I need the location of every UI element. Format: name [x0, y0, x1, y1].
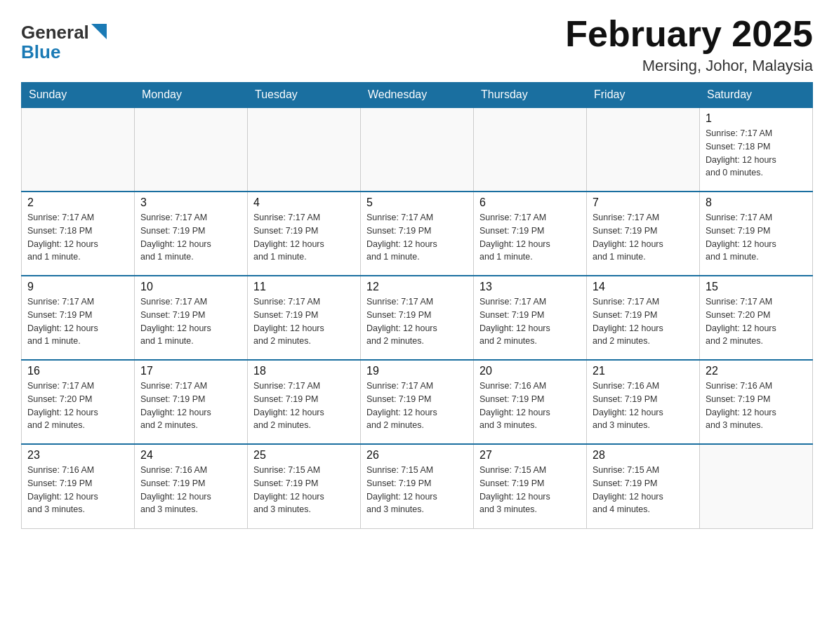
day-info: Sunrise: 7:17 AM Sunset: 7:19 PM Dayligh…: [140, 211, 241, 264]
calendar-cell: 2Sunrise: 7:17 AM Sunset: 7:18 PM Daylig…: [22, 192, 135, 276]
calendar-cell: 6Sunrise: 7:17 AM Sunset: 7:19 PM Daylig…: [474, 192, 587, 276]
calendar-cell: 16Sunrise: 7:17 AM Sunset: 7:20 PM Dayli…: [22, 360, 135, 444]
calendar-cell: 27Sunrise: 7:15 AM Sunset: 7:19 PM Dayli…: [474, 444, 587, 528]
calendar-cell: 18Sunrise: 7:17 AM Sunset: 7:19 PM Dayli…: [248, 360, 361, 444]
day-info: Sunrise: 7:17 AM Sunset: 7:19 PM Dayligh…: [366, 380, 468, 432]
calendar-cell: 14Sunrise: 7:17 AM Sunset: 7:19 PM Dayli…: [587, 276, 700, 360]
day-number: 13: [479, 281, 581, 293]
calendar-cell: 8Sunrise: 7:17 AM Sunset: 7:19 PM Daylig…: [700, 192, 813, 276]
week-row-1: 2Sunrise: 7:17 AM Sunset: 7:18 PM Daylig…: [22, 192, 813, 276]
day-number: 20: [479, 365, 581, 377]
day-info: Sunrise: 7:17 AM Sunset: 7:18 PM Dayligh…: [706, 127, 807, 180]
col-saturday: Saturday: [700, 83, 813, 108]
day-number: 2: [27, 196, 128, 209]
col-monday: Monday: [135, 83, 248, 108]
calendar-cell: 1Sunrise: 7:17 AM Sunset: 7:18 PM Daylig…: [700, 107, 813, 192]
day-number: 18: [253, 365, 355, 377]
calendar-cell: 13Sunrise: 7:17 AM Sunset: 7:19 PM Dayli…: [474, 276, 587, 360]
day-number: 11: [253, 281, 355, 293]
day-number: 4: [253, 196, 355, 209]
calendar-cell: 22Sunrise: 7:16 AM Sunset: 7:19 PM Dayli…: [700, 360, 813, 444]
logo-icon: [91, 22, 107, 44]
calendar-cell: 19Sunrise: 7:17 AM Sunset: 7:19 PM Dayli…: [361, 360, 474, 444]
day-number: 19: [366, 365, 468, 377]
col-wednesday: Wednesday: [361, 83, 474, 108]
day-info: Sunrise: 7:16 AM Sunset: 7:19 PM Dayligh…: [706, 380, 807, 432]
day-info: Sunrise: 7:17 AM Sunset: 7:18 PM Dayligh…: [27, 211, 128, 264]
day-info: Sunrise: 7:17 AM Sunset: 7:19 PM Dayligh…: [479, 295, 581, 348]
calendar-cell: [22, 107, 135, 192]
day-number: 21: [593, 365, 694, 377]
day-info: Sunrise: 7:16 AM Sunset: 7:19 PM Dayligh…: [479, 380, 581, 432]
calendar-cell: [587, 107, 700, 192]
day-info: Sunrise: 7:15 AM Sunset: 7:19 PM Dayligh…: [366, 464, 468, 516]
day-number: 14: [593, 281, 694, 293]
calendar-cell: 21Sunrise: 7:16 AM Sunset: 7:19 PM Dayli…: [587, 360, 700, 444]
day-number: 5: [366, 196, 468, 209]
day-info: Sunrise: 7:15 AM Sunset: 7:19 PM Dayligh…: [479, 464, 581, 516]
day-info: Sunrise: 7:17 AM Sunset: 7:19 PM Dayligh…: [253, 211, 355, 264]
day-info: Sunrise: 7:17 AM Sunset: 7:19 PM Dayligh…: [479, 211, 581, 264]
calendar-cell: [135, 107, 248, 192]
day-number: 23: [27, 449, 128, 462]
calendar-cell: 17Sunrise: 7:17 AM Sunset: 7:19 PM Dayli…: [135, 360, 248, 444]
calendar-cell: 4Sunrise: 7:17 AM Sunset: 7:19 PM Daylig…: [248, 192, 361, 276]
calendar-cell: 15Sunrise: 7:17 AM Sunset: 7:20 PM Dayli…: [700, 276, 813, 360]
day-number: 26: [366, 449, 468, 462]
day-info: Sunrise: 7:17 AM Sunset: 7:19 PM Dayligh…: [253, 380, 355, 432]
day-number: 12: [366, 281, 468, 293]
day-info: Sunrise: 7:17 AM Sunset: 7:19 PM Dayligh…: [706, 211, 807, 264]
day-number: 25: [253, 449, 355, 462]
calendar-cell: 5Sunrise: 7:17 AM Sunset: 7:19 PM Daylig…: [361, 192, 474, 276]
day-number: 3: [140, 196, 241, 209]
calendar-cell: 3Sunrise: 7:17 AM Sunset: 7:19 PM Daylig…: [135, 192, 248, 276]
day-number: 8: [706, 196, 807, 209]
day-number: 24: [140, 449, 241, 462]
col-sunday: Sunday: [22, 83, 135, 108]
logo-general-text: General: [21, 22, 89, 43]
col-thursday: Thursday: [474, 83, 587, 108]
calendar-header-row: Sunday Monday Tuesday Wednesday Thursday…: [22, 83, 813, 108]
day-number: 10: [140, 281, 241, 293]
day-info: Sunrise: 7:16 AM Sunset: 7:19 PM Dayligh…: [27, 464, 128, 516]
calendar-cell: 26Sunrise: 7:15 AM Sunset: 7:19 PM Dayli…: [361, 444, 474, 528]
week-row-2: 9Sunrise: 7:17 AM Sunset: 7:19 PM Daylig…: [22, 276, 813, 360]
day-info: Sunrise: 7:17 AM Sunset: 7:20 PM Dayligh…: [706, 295, 807, 348]
day-info: Sunrise: 7:17 AM Sunset: 7:19 PM Dayligh…: [140, 295, 241, 348]
day-number: 6: [479, 196, 581, 209]
day-number: 7: [593, 196, 694, 209]
calendar-cell: 28Sunrise: 7:15 AM Sunset: 7:19 PM Dayli…: [587, 444, 700, 528]
day-number: 1: [706, 112, 807, 125]
day-number: 15: [706, 281, 807, 293]
logo-blue-text: Blue: [21, 41, 60, 63]
day-info: Sunrise: 7:16 AM Sunset: 7:19 PM Dayligh…: [140, 464, 241, 516]
col-tuesday: Tuesday: [248, 83, 361, 108]
day-number: 17: [140, 365, 241, 377]
calendar-cell: 10Sunrise: 7:17 AM Sunset: 7:19 PM Dayli…: [135, 276, 248, 360]
day-number: 22: [706, 365, 807, 377]
week-row-4: 23Sunrise: 7:16 AM Sunset: 7:19 PM Dayli…: [22, 444, 813, 528]
day-info: Sunrise: 7:17 AM Sunset: 7:19 PM Dayligh…: [27, 295, 128, 348]
col-friday: Friday: [587, 83, 700, 108]
calendar-cell: 7Sunrise: 7:17 AM Sunset: 7:19 PM Daylig…: [587, 192, 700, 276]
calendar-cell: 23Sunrise: 7:16 AM Sunset: 7:19 PM Dayli…: [22, 444, 135, 528]
day-info: Sunrise: 7:17 AM Sunset: 7:19 PM Dayligh…: [593, 295, 694, 348]
calendar-cell: [474, 107, 587, 192]
week-row-3: 16Sunrise: 7:17 AM Sunset: 7:20 PM Dayli…: [22, 360, 813, 444]
calendar-cell: [361, 107, 474, 192]
calendar-cell: [248, 107, 361, 192]
week-row-0: 1Sunrise: 7:17 AM Sunset: 7:18 PM Daylig…: [22, 107, 813, 192]
calendar-table: Sunday Monday Tuesday Wednesday Thursday…: [21, 82, 813, 529]
day-number: 28: [593, 449, 694, 462]
calendar-cell: [700, 444, 813, 528]
logo: General Blue: [21, 21, 107, 63]
title-section: February 2025 Mersing, Johor, Malaysia: [565, 14, 813, 75]
day-info: Sunrise: 7:17 AM Sunset: 7:19 PM Dayligh…: [366, 211, 468, 264]
day-info: Sunrise: 7:17 AM Sunset: 7:19 PM Dayligh…: [366, 295, 468, 348]
day-number: 9: [27, 281, 128, 293]
day-info: Sunrise: 7:16 AM Sunset: 7:19 PM Dayligh…: [593, 380, 694, 432]
calendar-cell: 9Sunrise: 7:17 AM Sunset: 7:19 PM Daylig…: [22, 276, 135, 360]
calendar-cell: 20Sunrise: 7:16 AM Sunset: 7:19 PM Dayli…: [474, 360, 587, 444]
calendar-cell: 24Sunrise: 7:16 AM Sunset: 7:19 PM Dayli…: [135, 444, 248, 528]
svg-marker-0: [91, 24, 107, 39]
